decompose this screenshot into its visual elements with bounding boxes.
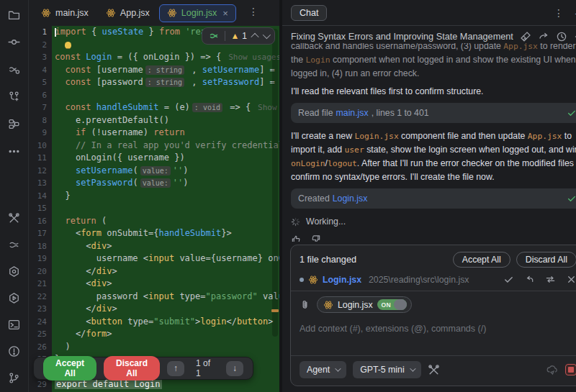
previous-change-button[interactable]: ↑	[167, 361, 184, 376]
thumbs-down-icon[interactable]	[310, 234, 321, 242]
chat-input-panel: 1 file changed Accept All Discard All Lo…	[290, 245, 576, 386]
tab-login-jsx[interactable]: Login.jsx×	[159, 4, 236, 22]
thumbs-up-icon[interactable]	[291, 234, 302, 242]
build-tools-icon[interactable]	[6, 209, 23, 227]
services-run-icon[interactable]	[6, 289, 23, 306]
chat-messages: callback and handles username/password, …	[291, 43, 576, 242]
show-diff-icon[interactable]	[545, 274, 556, 285]
next-problem-button[interactable]	[263, 31, 271, 39]
next-change-button[interactable]: ↓	[226, 361, 243, 376]
react-file-icon	[308, 275, 318, 285]
code-line-6	[52, 89, 279, 102]
tab-main-jsx[interactable]: main.jsx	[33, 4, 96, 22]
input-footer: Agent GPT-5 mini	[291, 356, 576, 386]
panel-discard-all-button[interactable]: Discard All	[516, 252, 576, 268]
line-number: 24	[29, 316, 47, 329]
feedback-row	[291, 234, 576, 242]
model-dropdown[interactable]: GPT-5 mini	[353, 361, 421, 378]
code-line-18: <div>	[52, 240, 279, 253]
collaboration-graph-icon[interactable]	[6, 88, 23, 105]
react-file-icon	[323, 300, 333, 310]
inline-code: Login	[306, 55, 330, 65]
editor-gutter[interactable]: 1234567891011121314151617181920212223242…	[29, 26, 52, 392]
mode-dropdown[interactable]: Agent	[300, 361, 346, 378]
success-check-icon	[567, 193, 576, 204]
context-file-name: Login.jsx	[338, 300, 373, 310]
revert-file-icon[interactable]	[524, 274, 535, 285]
tool-step-card[interactable]: Read filemain.jsx, lines 1 to 401	[291, 103, 576, 123]
ai-chat-icon[interactable]	[6, 60, 23, 78]
history-clock-icon[interactable]	[556, 31, 567, 42]
intention-bulb-icon[interactable]	[65, 42, 71, 48]
tool-step-card[interactable]: CreatedLogin.jsx	[291, 188, 576, 209]
code-editor[interactable]: 1234567891011121314151617181920212223242…	[29, 26, 279, 392]
warning-stripe-mark[interactable]	[271, 309, 279, 312]
stop-button[interactable]	[565, 364, 576, 375]
code-line-5: const [password: string , setPassword] =…	[52, 76, 279, 89]
commit-icon[interactable]	[6, 33, 23, 50]
line-number: 13	[29, 177, 47, 190]
line-number: 18	[29, 240, 47, 253]
line-number: 15	[29, 202, 47, 215]
files-changed-title: 1 file changed	[300, 255, 447, 265]
ai-highlight-icon	[208, 30, 220, 42]
discard-all-button[interactable]: Discard All	[104, 356, 160, 380]
dependencies-hexagon-icon[interactable]	[6, 263, 23, 280]
tools-icon[interactable]	[428, 364, 440, 376]
prompt-input[interactable]	[300, 324, 576, 350]
chevron-down-icon	[410, 365, 415, 371]
editor-scrollbar[interactable]	[272, 29, 278, 337]
tab-options-kebab-icon[interactable]: ⋮	[248, 6, 259, 17]
version-control-icon[interactable]	[6, 369, 23, 386]
paperclip-icon[interactable]	[300, 299, 310, 310]
panel-options-kebab-icon[interactable]: ⋮	[554, 7, 564, 19]
divider	[225, 31, 225, 41]
structure-icon[interactable]	[6, 115, 23, 132]
accept-all-button[interactable]: Accept All	[43, 356, 96, 380]
panel-accept-all-button[interactable]: Accept All	[453, 252, 510, 268]
changed-file-path: 2025\reading\src\login.jsx	[369, 275, 493, 285]
context-toggle[interactable]: ON	[377, 299, 407, 310]
code-line-13: setPassword(value:'')	[52, 177, 279, 190]
code-line-10: // In a real app you'd verify credential…	[52, 140, 279, 152]
close-icon[interactable]	[566, 274, 576, 285]
step-detail: , lines 1 to 401	[372, 106, 429, 119]
code-line-16: return (	[52, 215, 279, 228]
previous-problem-button[interactable]	[251, 33, 258, 41]
redo-arrow-icon[interactable]	[538, 31, 549, 42]
assistant-message: I'll create a new Login.jsx component fi…	[291, 129, 576, 183]
file-link[interactable]: main.jsx	[336, 106, 369, 119]
line-number: 9	[29, 127, 47, 140]
chat-tab[interactable]: Chat	[291, 5, 327, 21]
project-folder-icon[interactable]	[6, 6, 23, 23]
changed-file-name[interactable]: Login.jsx	[323, 275, 361, 285]
terminal-icon[interactable]	[6, 316, 23, 333]
chat-header: Chat ⋮ —	[282, 0, 576, 26]
line-number: 19	[29, 252, 47, 265]
close-tab-icon[interactable]: ×	[222, 8, 228, 19]
tab-label: App.jsx	[120, 8, 150, 18]
editor-code-area[interactable]: import { useState } from 'react'const Lo…	[52, 26, 279, 392]
editor-tab-bar: main.jsxApp.jsxLogin.jsx×⋮	[29, 0, 279, 26]
ai-assistant-icon[interactable]	[6, 236, 23, 253]
problems-icon[interactable]	[6, 342, 23, 360]
code-line-21: <div>	[52, 278, 279, 291]
file-link[interactable]: Login.jsx	[333, 192, 368, 205]
code-line-14: }	[52, 190, 279, 203]
mode-label: Agent	[307, 365, 330, 375]
accept-file-check-icon[interactable]	[503, 274, 514, 285]
code-line-19: username <input value={username} onChang…	[52, 252, 279, 265]
working-status: Working...	[291, 215, 576, 228]
clean-broom-icon[interactable]	[520, 31, 531, 42]
line-number: 8	[29, 114, 47, 127]
changed-file-row[interactable]: Login.jsx 2025\reading\src\login.jsx	[291, 272, 576, 291]
ide-window: main.jsxApp.jsxLogin.jsx×⋮ 1234567891011…	[0, 0, 576, 392]
tab-app-jsx[interactable]: App.jsx	[98, 4, 158, 22]
inline-code: Login.jsx	[354, 132, 398, 141]
inline-code: logout	[328, 159, 357, 168]
context-file-chip[interactable]: Login.jsx ON	[317, 296, 412, 313]
send-cloud-icon[interactable]	[546, 363, 559, 376]
activity-bar	[0, 0, 29, 392]
tab-label: Login.jsx	[181, 8, 217, 18]
more-icon[interactable]	[6, 142, 23, 160]
